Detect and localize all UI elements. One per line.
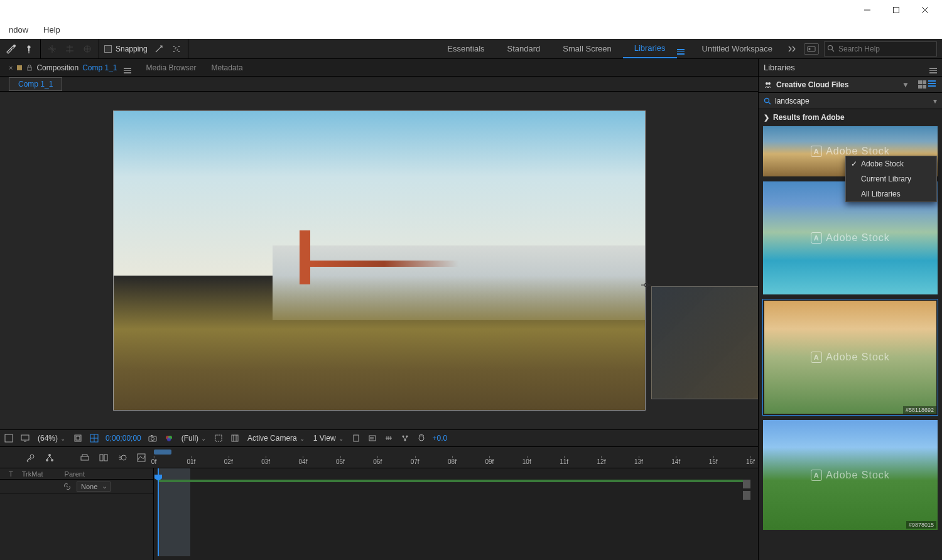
layer-duration-bar[interactable]	[158, 480, 750, 482]
fast-preview-icon[interactable]	[367, 433, 377, 443]
viewer-controls-bar: (64%) 0;00;00;00 (Full) Active Camera 1 …	[0, 429, 758, 447]
svg-rect-52	[100, 455, 103, 461]
graph-editor-icon[interactable]	[136, 452, 147, 463]
timeline-ruler[interactable]: 0f01f02f03f04f05f06f07f08f09f10f11f12f13…	[154, 447, 758, 468]
svg-rect-37	[215, 435, 222, 441]
grid-guides-icon[interactable]	[230, 433, 240, 443]
window-minimize-button[interactable]	[853, 0, 882, 20]
ruler-tick: 11f	[560, 458, 568, 465]
grid-view-icon[interactable]	[918, 80, 927, 89]
svg-line-59	[769, 102, 771, 104]
zoom-dropdown[interactable]: (64%)	[36, 434, 67, 443]
results-header[interactable]: ❯ Results from Adobe	[759, 109, 942, 126]
composition-canvas[interactable]	[113, 110, 646, 411]
svg-rect-51	[81, 456, 89, 460]
axis-world-icon[interactable]	[63, 43, 76, 55]
stock-result-item[interactable]: AAdobe Stock #9878015	[762, 419, 938, 530]
dropdown-adobe-stock[interactable]: Adobe Stock	[846, 156, 936, 171]
work-area-bar[interactable]	[154, 450, 171, 455]
playhead[interactable]	[158, 468, 159, 556]
resolution-toggle-icon[interactable]	[73, 433, 83, 443]
alpha-toggle-icon[interactable]	[4, 433, 14, 443]
shy-icon[interactable]	[79, 452, 90, 463]
search-term[interactable]: landscape	[775, 97, 933, 105]
anchor-point-icon[interactable]	[641, 280, 651, 290]
search-layers-icon[interactable]	[25, 452, 36, 463]
workspace-untitled[interactable]: Untitled Workspace	[691, 39, 784, 58]
transparency-grid-icon[interactable]	[89, 433, 99, 443]
layer-end-marker[interactable]	[743, 491, 750, 500]
snapping-label: Snapping	[116, 45, 148, 53]
dragged-layer-preview[interactable]	[651, 286, 758, 399]
axis-local-icon[interactable]	[46, 43, 58, 55]
search-scope-dropdown: Adobe Stock Current Library All Librarie…	[845, 156, 937, 202]
motion-blur-icon[interactable]	[117, 452, 128, 463]
snapshot-icon[interactable]	[148, 433, 158, 443]
snapping-option-icon[interactable]	[153, 43, 165, 55]
pin-tool-icon[interactable]	[23, 43, 35, 55]
comp-end-marker[interactable]	[743, 480, 750, 488]
flowchart-icon[interactable]	[400, 433, 410, 443]
workspace-standard[interactable]: Standard	[496, 39, 552, 58]
close-icon[interactable]: ×	[9, 64, 13, 72]
workspace-small-screen[interactable]: Small Screen	[551, 39, 622, 58]
snapping-grid-icon[interactable]	[170, 43, 183, 55]
snapping-checkbox[interactable]	[104, 45, 112, 53]
dropdown-current-library[interactable]: Current Library	[846, 171, 936, 186]
timecode-display[interactable]: 0;00;00;00	[106, 434, 141, 443]
tab-composition[interactable]: × Composition Comp 1_1	[3, 60, 138, 76]
menu-help[interactable]: Help	[38, 23, 65, 37]
stock-result-item-selected[interactable]: AAdobe Stock #58118692	[762, 299, 938, 416]
panel-menu-icon[interactable]	[124, 62, 131, 73]
workspace-libraries[interactable]: Libraries	[623, 39, 677, 58]
exposure-value[interactable]: +0.0	[433, 434, 448, 443]
workspace-libraries-menu-icon[interactable]	[677, 43, 685, 55]
workspace-overflow-icon[interactable]	[784, 46, 799, 52]
views-dropdown[interactable]: 1 View	[312, 434, 345, 443]
monitor-icon[interactable]	[20, 433, 30, 443]
workspace-essentials[interactable]: Essentials	[436, 39, 495, 58]
comp-mini-flowchart-icon[interactable]	[44, 452, 55, 463]
dropdown-all-libraries[interactable]: All Libraries	[846, 186, 936, 202]
camera-dropdown[interactable]: Active Camera	[246, 434, 306, 443]
channel-icon[interactable]	[164, 433, 174, 443]
menu-window[interactable]: ndow	[4, 23, 33, 37]
comp-subtab[interactable]: Comp 1_1	[9, 77, 62, 91]
rotobrush-tool-icon[interactable]	[5, 43, 18, 55]
timeline-icon[interactable]	[384, 433, 394, 443]
snapping-toggle[interactable]: Snapping	[104, 45, 148, 53]
window-close-button[interactable]	[911, 0, 939, 20]
panel-menu-icon[interactable]	[929, 62, 937, 73]
tab-media-browser[interactable]: Media Browser	[140, 61, 203, 75]
roi-icon[interactable]	[214, 433, 224, 443]
search-help-field[interactable]	[824, 41, 937, 57]
svg-rect-23	[5, 434, 13, 442]
svg-rect-38	[232, 435, 238, 441]
svg-point-13	[809, 48, 811, 50]
library-search-row[interactable]: landscape ▾	[759, 93, 942, 109]
library-source-row[interactable]: Creative Cloud Files ▼	[759, 77, 942, 93]
parent-link-icon[interactable]	[63, 482, 72, 491]
axis-view-icon[interactable]	[81, 43, 94, 55]
lock-icon[interactable]	[26, 65, 33, 71]
frame-blend-icon[interactable]	[98, 452, 109, 463]
list-view-icon[interactable]	[928, 80, 937, 89]
ruler-tick: 14f	[671, 458, 680, 465]
parent-dropdown[interactable]: None	[77, 482, 111, 492]
timeline-layer-row[interactable]: None	[0, 480, 153, 493]
sync-settings-icon[interactable]	[804, 43, 819, 55]
tab-metadata[interactable]: Metadata	[205, 61, 249, 75]
svg-point-32	[151, 438, 154, 441]
resolution-dropdown[interactable]: (Full)	[180, 434, 207, 443]
pixel-aspect-icon[interactable]	[351, 433, 361, 443]
window-maximize-button[interactable]	[882, 0, 911, 20]
reset-exposure-icon[interactable]	[416, 433, 426, 443]
footage-preview	[114, 111, 645, 410]
dropdown-caret-icon[interactable]: ▼	[902, 80, 913, 89]
composition-viewer[interactable]	[0, 92, 758, 429]
svg-rect-1	[894, 8, 899, 13]
svg-rect-53	[104, 455, 107, 461]
search-scope-caret-icon[interactable]: ▾	[933, 97, 937, 105]
timeline-track-area[interactable]: 0f01f02f03f04f05f06f07f08f09f10f11f12f13…	[154, 468, 758, 560]
search-help-input[interactable]	[824, 41, 937, 57]
